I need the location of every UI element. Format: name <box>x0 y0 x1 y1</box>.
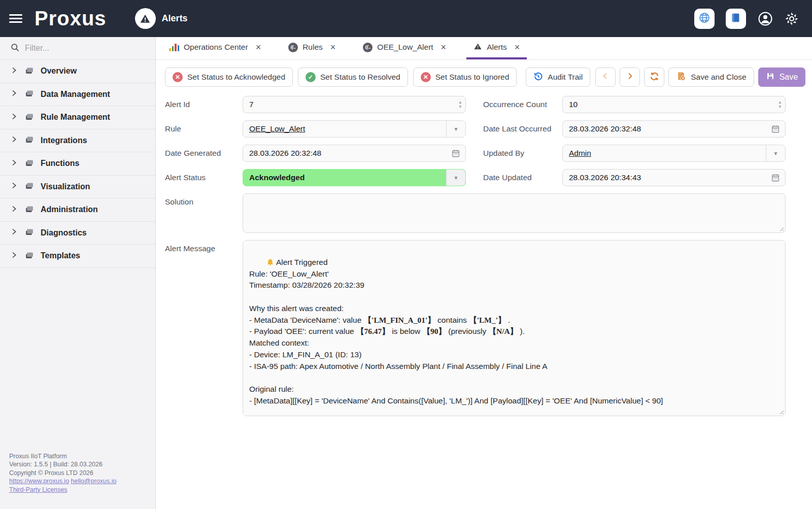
calendar-icon[interactable] <box>771 173 780 184</box>
alert-triangle-icon <box>473 42 482 53</box>
set-status-resolved-button[interactable]: ✓ Set Status to Resolved <box>298 67 408 87</box>
chevron-down-icon[interactable]: ▼ <box>446 169 465 186</box>
sidebar-item-rule-management[interactable]: Rule Management <box>0 106 155 129</box>
module-icon <box>25 181 33 192</box>
save-close-file-icon <box>676 71 686 83</box>
footer-version: Version: 1.5.5 | Build: 28.03.2026 <box>9 460 146 469</box>
module-icon <box>25 112 33 123</box>
sidebar-item-administration[interactable]: Administration <box>0 198 155 222</box>
updated-by-label: Updated By <box>483 145 562 162</box>
search-icon <box>10 43 20 54</box>
module-icon <box>25 227 33 238</box>
rule-dropdown[interactable]: OEE_Low_Alert ▼ <box>243 120 466 138</box>
tab-rules[interactable]: if.. Rules × <box>281 37 343 59</box>
alert-id-label: Alert Id <box>165 96 243 113</box>
chevron-right-icon <box>10 89 18 99</box>
set-status-ignored-button[interactable]: ✕ Set Status to Ignored <box>413 67 517 87</box>
rule-label: Rule <box>165 120 243 138</box>
module-icon <box>25 251 33 261</box>
alert-form: Alert Id 7 ▲▼ Occurrence Count 10 ▲▼ Rul… <box>156 87 812 416</box>
sidebar-item-overview[interactable]: Overview <box>0 60 155 83</box>
number-spinner[interactable]: ▲▼ <box>778 96 782 113</box>
book-icon <box>730 12 741 25</box>
audit-trail-button[interactable]: Audit Trail <box>526 67 590 87</box>
alert-triangle-icon <box>135 8 156 29</box>
sidebar-item-visualization[interactable]: Visualization <box>0 176 155 199</box>
date-updated-input[interactable]: 28.03.2026 20:34:43 <box>562 169 786 186</box>
refresh-button[interactable] <box>644 67 664 87</box>
app-header: Proxus Alerts <box>0 0 812 37</box>
chevron-right-icon <box>10 228 18 237</box>
solution-textarea[interactable] <box>243 193 786 233</box>
chevron-down-icon[interactable]: ▼ <box>446 121 465 137</box>
resize-handle[interactable] <box>779 409 784 414</box>
circle-check-icon: ✓ <box>306 72 316 82</box>
page-badge: Alerts <box>135 8 188 29</box>
docs-button[interactable] <box>726 9 746 29</box>
close-tab-icon[interactable]: × <box>330 43 336 52</box>
sidebar-item-diagnostics[interactable]: Diagnostics <box>0 222 155 245</box>
refresh-icon <box>650 72 659 83</box>
module-icon <box>25 66 33 77</box>
module-icon <box>25 135 33 146</box>
chevron-right-icon <box>626 72 634 82</box>
sidebar-item-functions[interactable]: Functions <box>0 152 155 176</box>
hamburger-menu-icon[interactable] <box>9 12 22 25</box>
save-button[interactable]: Save <box>758 67 805 87</box>
sidebar-item-label: Data Management <box>41 90 110 99</box>
sidebar-item-label: Integrations <box>41 136 87 145</box>
previous-record-button[interactable] <box>595 67 616 87</box>
calendar-icon[interactable] <box>451 149 460 160</box>
globe-button[interactable] <box>694 9 715 29</box>
globe-icon <box>698 12 710 25</box>
chevron-right-icon <box>10 251 18 261</box>
footer-copyright: Copyright © Proxus LTD 2026 <box>9 469 146 478</box>
sidebar-item-data-management[interactable]: Data Management <box>0 83 155 107</box>
circle-x-icon: ✕ <box>421 72 431 82</box>
tab-operations-center[interactable]: Operations Center × <box>162 37 268 59</box>
set-status-acknowledged-button[interactable]: ✕ Set Status to Acknowledged <box>165 67 293 87</box>
footer-email-link[interactable]: hello@proxus.io <box>71 478 117 485</box>
sidebar-item-label: Overview <box>41 66 77 76</box>
alert-status-label: Alert Status <box>165 169 243 186</box>
next-record-button[interactable] <box>620 67 640 87</box>
solution-label: Solution <box>165 193 243 233</box>
date-last-occurred-input[interactable]: 28.03.2026 20:32:48 <box>562 120 786 138</box>
alert-message-textarea[interactable]: Alert Triggered Rule: 'OEE_Low_Alert' Ti… <box>243 240 786 416</box>
alert-status-dropdown[interactable]: Acknowledged ▼ <box>243 169 466 186</box>
rule-if-icon: if.. <box>363 43 373 52</box>
rule-if-icon: if.. <box>288 43 298 52</box>
sidebar-item-label: Diagnostics <box>41 228 87 237</box>
calendar-icon[interactable] <box>771 124 780 135</box>
main-content: Operations Center × if.. Rules × if.. OE… <box>156 37 812 509</box>
alert-status-value: Acknowledged <box>249 173 304 182</box>
save-and-close-button[interactable]: Save and Close <box>668 67 754 87</box>
sidebar-item-label: Templates <box>41 251 80 260</box>
user-account-icon[interactable] <box>757 11 773 27</box>
occurrence-count-input[interactable]: 10 ▲▼ <box>562 96 786 113</box>
close-tab-icon[interactable]: × <box>441 43 447 52</box>
chevron-right-icon <box>10 113 18 122</box>
sidebar-item-label: Rule Management <box>41 113 110 122</box>
sidebar-item-templates[interactable]: Templates <box>0 245 155 268</box>
updated-by-value-link[interactable]: Admin <box>569 149 591 158</box>
footer-website-link[interactable]: https://www.proxus.io <box>9 478 69 485</box>
footer-licenses-link[interactable]: Third-Party Licenses <box>9 486 67 493</box>
alert-id-input[interactable]: 7 ▲▼ <box>243 96 466 113</box>
sidebar-item-integrations[interactable]: Integrations <box>0 129 155 153</box>
close-tab-icon[interactable]: × <box>515 43 520 52</box>
rule-value-link[interactable]: OEE_Low_Alert <box>249 124 305 133</box>
date-generated-input[interactable]: 28.03.2026 20:32:48 <box>243 145 466 162</box>
updated-by-dropdown[interactable]: Admin ▼ <box>562 145 786 162</box>
bar-chart-icon <box>169 44 179 51</box>
sidebar-filter-input[interactable] <box>25 44 126 53</box>
tab-bar: Operations Center × if.. Rules × if.. OE… <box>156 37 812 60</box>
sidebar: Overview Data Management Rule Management… <box>0 37 156 509</box>
number-spinner[interactable]: ▲▼ <box>458 96 462 113</box>
resize-handle[interactable] <box>779 226 784 231</box>
settings-gear-icon[interactable] <box>785 12 799 26</box>
tab-oee-low-alert[interactable]: if.. OEE_Low_Alert × <box>356 37 453 59</box>
chevron-down-icon[interactable]: ▼ <box>766 145 785 161</box>
tab-alerts[interactable]: Alerts × <box>466 37 527 59</box>
close-tab-icon[interactable]: × <box>256 43 261 52</box>
